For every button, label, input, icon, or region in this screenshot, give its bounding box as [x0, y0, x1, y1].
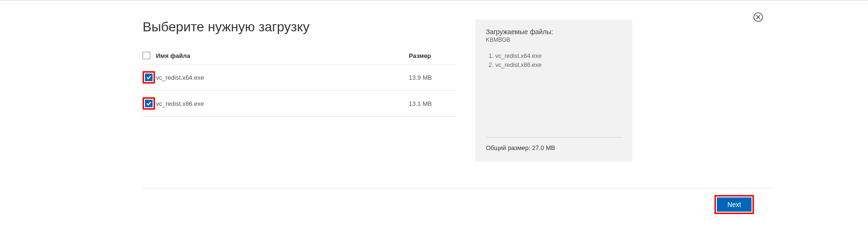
- row-checkbox[interactable]: [145, 100, 153, 107]
- divider: [486, 137, 622, 138]
- file-size: 13.1 MB: [409, 100, 456, 107]
- summary-title: Загружаемые файлы:: [486, 28, 622, 36]
- column-header-name: Имя файла: [156, 52, 409, 59]
- divider: [143, 188, 773, 188]
- file-size: 13.9 MB: [409, 74, 456, 81]
- file-name: vc_redist.x86.exe: [156, 100, 409, 107]
- summary-file-item: vc_redist.x86.exe: [495, 61, 622, 70]
- table-row: vc_redist.x86.exe 13.1 MB: [143, 91, 456, 117]
- table-row: vc_redist.x64.exe 13.9 MB: [143, 65, 456, 91]
- page-title: Выберите нужную загрузку: [143, 19, 456, 35]
- summary-file-item: vc_redist.x64.exe: [495, 52, 622, 61]
- file-table: Имя файла Размер vc_redist.x64.exe 13.9 …: [143, 48, 456, 117]
- download-summary-panel: Загружаемые файлы: KBMBGB vc_redist.x64.…: [475, 19, 632, 162]
- row-checkbox[interactable]: [145, 74, 153, 81]
- summary-subtitle: KBMBGB: [486, 37, 622, 43]
- file-name: vc_redist.x64.exe: [156, 74, 409, 81]
- summary-total-size: Общий размер: 27.0 MB: [486, 144, 622, 151]
- table-header-row: Имя файла Размер: [143, 48, 456, 65]
- select-all-checkbox[interactable]: [143, 52, 150, 59]
- column-header-size: Размер: [409, 52, 456, 59]
- close-icon[interactable]: [753, 12, 763, 22]
- next-button[interactable]: Next: [717, 197, 752, 212]
- summary-file-list: vc_redist.x64.exe vc_redist.x86.exe: [486, 52, 622, 70]
